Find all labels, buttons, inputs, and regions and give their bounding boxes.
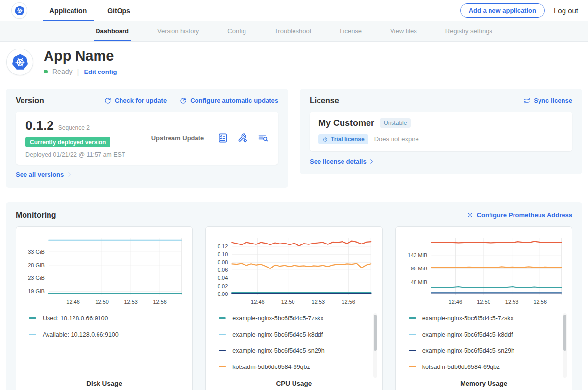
license-heading: License bbox=[310, 97, 339, 105]
add-new-application-button[interactable]: Add a new application bbox=[460, 3, 545, 18]
tab-troubleshoot[interactable]: Troubleshoot bbox=[274, 21, 311, 41]
memory-usage-chart-card: 48 MiB95 MiB143 MiB12:4612:5012:5312:56 … bbox=[395, 226, 572, 390]
license-card: License Sync license My Customer Unstabl… bbox=[300, 89, 582, 174]
svg-text:12:46: 12:46 bbox=[251, 299, 265, 305]
tab-registry-settings-label: Registry settings bbox=[445, 27, 492, 35]
legend-label: example-nginx-5bc6f5d4c5-sn29h bbox=[422, 347, 514, 354]
legend-dash-icon bbox=[409, 317, 416, 319]
app-sub-nav: Dashboard Version history Config Trouble… bbox=[0, 21, 588, 42]
legend-item[interactable]: example-nginx-5bc6f5d4c5-k8ddf bbox=[409, 331, 565, 338]
status-text: Ready bbox=[52, 68, 72, 75]
svg-text:143 MiB: 143 MiB bbox=[407, 252, 427, 258]
legend-item[interactable]: example-nginx-5bc6f5d4c5-7zskx bbox=[409, 315, 565, 322]
legend-dash-icon bbox=[29, 317, 36, 319]
svg-text:0.12: 0.12 bbox=[218, 244, 228, 249]
tab-config[interactable]: Config bbox=[227, 21, 246, 41]
disk-usage-legend: Used: 10.128.0.66:9100Available: 10.128.… bbox=[23, 310, 185, 374]
tab-version-history[interactable]: Version history bbox=[157, 21, 199, 41]
legend-item[interactable]: kotsadm-5db6dc6584-69qbz bbox=[409, 364, 565, 370]
divider: | bbox=[77, 68, 79, 76]
chart-title: Disk Usage bbox=[23, 380, 185, 387]
tab-application[interactable]: Application bbox=[43, 0, 94, 21]
app-icon bbox=[7, 49, 33, 75]
svg-text:12:53: 12:53 bbox=[312, 299, 325, 305]
schedule-update-icon bbox=[179, 97, 187, 105]
svg-text:0.00: 0.00 bbox=[218, 291, 228, 297]
disk-usage-chart-card: 19 GiB23 GiB28 GiB33 GiB12:4612:5012:531… bbox=[16, 226, 193, 390]
legend-item[interactable]: example-nginx-5bc6f5d4c5-7zskx bbox=[219, 315, 375, 322]
edit-config-link[interactable]: Edit config bbox=[84, 68, 117, 75]
logout-link[interactable]: Log out bbox=[554, 6, 578, 15]
legend-label: example-nginx-5bc6f5d4c5-k8ddf bbox=[232, 331, 323, 338]
scrollbar-thumb[interactable] bbox=[374, 315, 377, 351]
legend-item[interactable]: Available: 10.128.0.66:9100 bbox=[29, 331, 185, 338]
tab-dashboard[interactable]: Dashboard bbox=[96, 21, 129, 41]
customer-name: My Customer bbox=[318, 118, 374, 128]
version-number: 0.1.2 bbox=[25, 118, 54, 133]
deploy-logs-icon[interactable] bbox=[257, 132, 269, 144]
svg-text:12:53: 12:53 bbox=[505, 299, 518, 305]
version-heading: Version bbox=[16, 97, 44, 105]
scrollbar-thumb[interactable] bbox=[564, 315, 566, 351]
chevron-right-icon bbox=[368, 158, 375, 165]
tab-troubleshoot-label: Troubleshoot bbox=[274, 27, 311, 35]
gear-icon bbox=[466, 211, 474, 219]
legend-label: Used: 10.128.0.66:9100 bbox=[43, 315, 108, 322]
tab-view-files[interactable]: View files bbox=[390, 21, 417, 41]
check-for-update-link[interactable]: Check for update bbox=[104, 97, 167, 105]
tab-view-files-label: View files bbox=[390, 27, 417, 35]
primary-tabs: Application GitOps bbox=[43, 0, 144, 21]
tab-registry-settings[interactable]: Registry settings bbox=[445, 21, 492, 41]
legend-label: example-nginx-5bc6f5d4c5-sn29h bbox=[232, 347, 324, 354]
top-nav: Application GitOps Add a new application… bbox=[0, 0, 588, 21]
legend-item[interactable]: example-nginx-5bc6f5d4c5-sn29h bbox=[409, 347, 565, 354]
see-license-details-label: See license details bbox=[310, 158, 367, 165]
configure-automatic-updates-link[interactable]: Configure automatic updates bbox=[179, 97, 278, 105]
chevron-right-icon bbox=[66, 171, 72, 178]
legend-label: kotsadm-5db6dc6584-69qbz bbox=[422, 364, 500, 370]
legend-dash-icon bbox=[219, 350, 226, 351]
trial-license-label: Trial license bbox=[331, 136, 365, 143]
see-license-details-link[interactable]: See license details bbox=[310, 158, 375, 165]
cpu-usage-legend: example-nginx-5bc6f5d4c5-7zskxexample-ng… bbox=[213, 310, 375, 374]
legend-item[interactable]: kotsadm-5db6dc6584-69qbz bbox=[219, 364, 375, 370]
legend-item[interactable]: example-nginx-5bc6f5d4c5-sn29h bbox=[219, 347, 375, 354]
see-all-versions-label: See all versions bbox=[16, 171, 64, 178]
edit-config-icon[interactable] bbox=[237, 132, 248, 144]
tab-gitops[interactable]: GitOps bbox=[100, 0, 137, 21]
svg-text:12:56: 12:56 bbox=[342, 299, 356, 305]
legend-item[interactable]: Used: 10.128.0.66:9100 bbox=[29, 315, 185, 322]
version-card: Version Check for update Configure autom… bbox=[6, 89, 288, 188]
preflight-checks-icon[interactable] bbox=[217, 132, 228, 144]
disk-usage-chart[interactable]: 19 GiB23 GiB28 GiB33 GiB12:4612:5012:531… bbox=[23, 234, 185, 307]
legend-scrollbar[interactable] bbox=[563, 313, 567, 378]
memory-usage-chart[interactable]: 48 MiB95 MiB143 MiB12:4612:5012:5312:56 bbox=[403, 234, 565, 307]
legend-dash-icon bbox=[29, 334, 36, 335]
trial-license-badge: Trial license bbox=[318, 134, 368, 144]
kubernetes-logo-icon bbox=[12, 3, 27, 18]
svg-text:12:56: 12:56 bbox=[533, 299, 547, 305]
legend-dash-icon bbox=[409, 366, 416, 367]
channel-badge: Unstable bbox=[380, 118, 411, 128]
svg-text:0.06: 0.06 bbox=[218, 267, 228, 273]
legend-label: example-nginx-5bc6f5d4c5-7zskx bbox=[422, 315, 514, 322]
svg-text:12:53: 12:53 bbox=[124, 299, 138, 305]
legend-scrollbar[interactable] bbox=[373, 313, 377, 378]
configure-prometheus-link[interactable]: Configure Prometheus Address bbox=[466, 211, 572, 219]
page-title: App Name bbox=[44, 49, 117, 64]
chart-title: Memory Usage bbox=[403, 380, 565, 387]
currently-deployed-badge: Currently deployed version bbox=[25, 137, 110, 147]
tab-application-label: Application bbox=[49, 7, 87, 15]
chart-title: CPU Usage bbox=[213, 380, 375, 387]
legend-label: example-nginx-5bc6f5d4c5-k8ddf bbox=[422, 331, 513, 338]
sync-license-link[interactable]: Sync license bbox=[523, 97, 572, 105]
memory-usage-legend: example-nginx-5bc6f5d4c5-7zskxexample-ng… bbox=[403, 310, 565, 374]
legend-item[interactable]: example-nginx-5bc6f5d4c5-k8ddf bbox=[219, 331, 375, 338]
cpu-usage-chart[interactable]: 0.000.020.040.060.080.100.1212:4612:5012… bbox=[213, 234, 375, 307]
tab-license-label: License bbox=[340, 27, 362, 35]
tab-license[interactable]: License bbox=[340, 21, 362, 41]
svg-text:12:50: 12:50 bbox=[281, 299, 295, 305]
svg-text:33 GiB: 33 GiB bbox=[28, 249, 45, 255]
see-all-versions-link[interactable]: See all versions bbox=[16, 171, 72, 178]
legend-dash-icon bbox=[409, 334, 416, 335]
